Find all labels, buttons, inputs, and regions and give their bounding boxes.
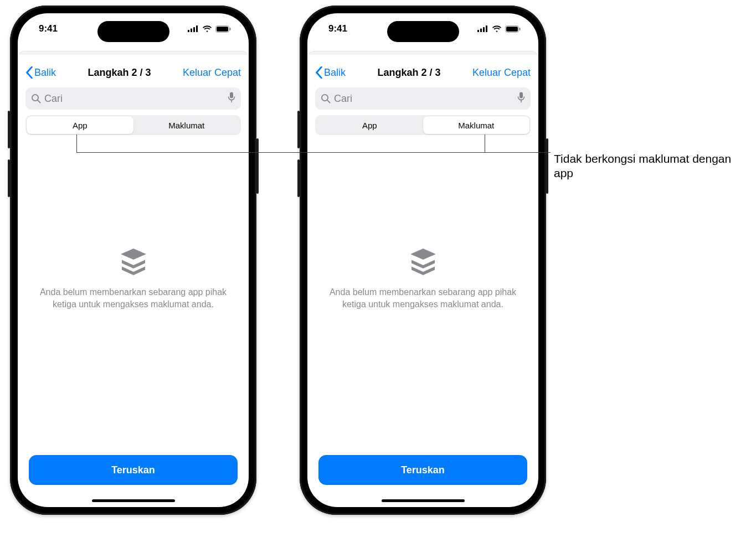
chevron-left-icon [25,66,33,79]
tab-app-label: App [362,121,377,130]
mic-icon [517,92,525,103]
phone-frame-left: 9:41 Balik Langkah 2 / 3 Keluar Cepat [10,6,256,515]
nav-bar: Balik Langkah 2 / 3 Keluar Cepat [18,60,249,85]
dynamic-island [387,21,459,42]
svg-rect-14 [486,25,487,32]
svg-point-7 [32,95,38,101]
status-time: 9:41 [328,23,347,34]
continue-label: Teruskan [111,464,155,476]
empty-message: Anda belum membenarkan sebarang app piha… [34,286,232,310]
wifi-icon [202,25,212,33]
stack-icon [117,246,150,278]
tab-info-label: Maklumat [168,121,204,130]
callout-pointer [76,135,77,153]
svg-rect-16 [506,27,518,32]
tab-info[interactable]: Maklumat [133,116,240,134]
status-time: 9:41 [39,23,58,34]
wifi-icon [492,25,502,33]
back-label: Balik [324,67,346,79]
back-label: Balik [34,67,56,79]
svg-rect-17 [520,28,521,30]
svg-rect-2 [193,27,195,32]
mic-icon [228,92,235,103]
svg-rect-1 [191,29,192,33]
dictation-button[interactable] [517,92,525,105]
tab-app[interactable]: App [316,116,423,134]
sheet-top [307,51,538,60]
segmented-control: App Maklumat [315,115,531,135]
search-input[interactable]: Cari [25,87,241,110]
continue-label: Teruskan [401,464,445,476]
svg-rect-5 [217,27,228,32]
svg-line-8 [38,100,40,102]
svg-point-18 [322,95,328,101]
stack-icon [407,246,439,278]
tab-info-label: Maklumat [458,121,494,130]
quick-exit-button[interactable]: Keluar Cepat [183,67,241,79]
cellular-icon [188,25,199,32]
svg-rect-20 [520,92,523,99]
battery-icon [505,25,521,33]
continue-button[interactable]: Teruskan [318,455,527,485]
search-placeholder: Cari [44,93,63,105]
screen-right: 9:41 Balik Langkah 2 / 3 Keluar Cepat [307,13,538,507]
continue-button[interactable]: Teruskan [29,455,238,485]
svg-rect-12 [480,29,482,33]
svg-line-19 [327,100,330,102]
page-title: Langkah 2 / 3 [377,67,440,79]
search-icon [31,94,41,104]
tab-app[interactable]: App [27,116,133,134]
back-button[interactable]: Balik [315,66,346,79]
tab-app-label: App [73,121,88,130]
phone-frame-right: 9:41 Balik Langkah 2 / 3 Keluar Cepat [300,6,546,515]
callout-text: Tidak berkongsi maklumat dengan app [554,152,742,181]
chevron-left-icon [315,66,323,79]
svg-rect-0 [188,30,189,32]
empty-state: Anda belum membenarkan sebarang app piha… [307,135,538,455]
empty-message: Anda belum membenarkan sebarang app piha… [324,286,522,310]
svg-rect-9 [230,92,233,99]
status-indicators [477,25,521,33]
quick-exit-button[interactable]: Keluar Cepat [472,67,531,79]
callout-line [76,152,551,153]
search-input[interactable]: Cari [315,87,531,110]
segmented-control: App Maklumat [25,115,241,135]
dictation-button[interactable] [228,92,235,105]
back-button[interactable]: Balik [25,66,56,79]
cellular-icon [477,25,488,32]
dynamic-island [97,21,169,42]
tab-info[interactable]: Maklumat [423,116,530,134]
screen-left: 9:41 Balik Langkah 2 / 3 Keluar Cepat [18,13,249,507]
search-icon [321,94,331,104]
nav-bar: Balik Langkah 2 / 3 Keluar Cepat [307,60,538,85]
home-indicator[interactable] [92,499,175,502]
page-title: Langkah 2 / 3 [88,67,151,79]
callout-pointer [485,135,485,153]
battery-icon [215,25,231,33]
svg-rect-11 [477,30,479,32]
empty-state: Anda belum membenarkan sebarang app piha… [18,135,249,455]
svg-rect-3 [196,25,198,32]
svg-rect-6 [230,28,231,30]
home-indicator[interactable] [382,499,465,502]
sheet-top [18,51,249,60]
status-indicators [188,25,231,33]
svg-rect-13 [483,27,485,32]
search-placeholder: Cari [334,93,352,105]
